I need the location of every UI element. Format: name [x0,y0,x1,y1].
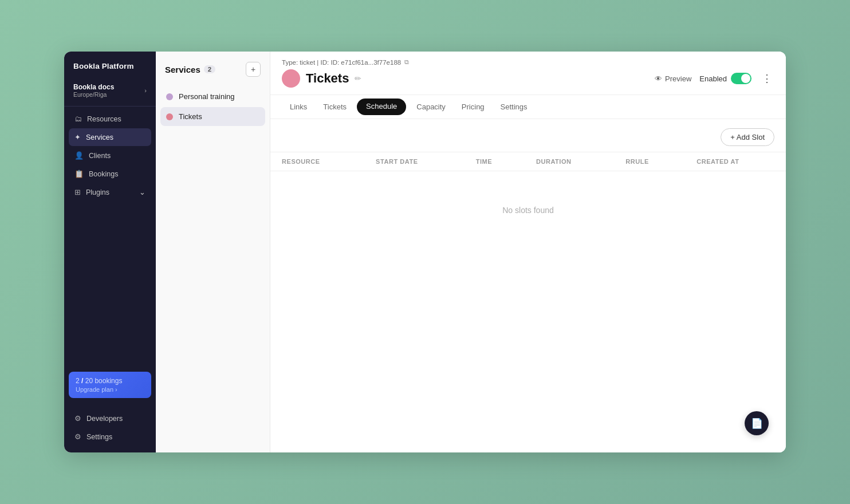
service-item-tickets-label: Tickets [179,112,202,121]
sidebar-item-settings[interactable]: ⚙ Settings [69,428,151,446]
services-panel-title: Services 2 [165,65,215,74]
sidebar-divider [64,106,156,107]
copy-id-icon[interactable]: ⧉ [404,58,409,66]
clients-icon: 👤 [74,151,84,160]
developers-icon: ⚙ [74,414,81,423]
service-dot-tickets [166,113,173,120]
col-time: TIME [465,152,525,171]
tab-schedule[interactable]: Schedule [357,99,406,115]
account-chevron-icon: › [144,87,147,94]
col-start-date: START DATE [364,152,465,171]
app-logo: Bookla Platform [64,52,156,78]
add-slot-button[interactable]: + Add Slot [721,128,774,146]
sidebar-item-developers-label: Developers [86,415,123,423]
col-duration: DURATION [525,152,614,171]
edit-service-icon[interactable]: ✏ [355,74,361,83]
preview-button[interactable]: 👁 Preview [655,74,691,83]
table-empty-row: No slots found [270,171,786,250]
booking-count: 2 / 20 bookings [76,377,144,385]
tab-pricing[interactable]: Pricing [454,96,493,119]
schedule-table: RESOURCE START DATE TIME DURATION RRULE … [270,152,786,249]
sidebar-item-clients[interactable]: 👤 Clients [69,147,151,164]
floating-help-button[interactable]: 📄 [745,411,769,435]
service-title-row: Tickets ✏ 👁 Preview Enabled [282,69,774,94]
type-info-row: Type: ticket | ID: ID: e71cf61a...3f77e1… [282,58,774,66]
tabs-row: Links Tickets Schedule Capacity Pricing … [270,95,786,119]
services-list-panel: Services 2 + Personal training Tickets [156,52,270,452]
toggle-knob [741,74,750,83]
enabled-label: Enabled [699,74,727,83]
bookings-icon: 📋 [74,170,84,178]
plugins-icon: ⊞ [74,188,81,196]
col-created-at: CREATED AT [685,152,786,171]
service-avatar [282,69,300,88]
empty-message: No slots found [270,171,786,250]
tab-links[interactable]: Links [282,96,315,119]
service-item-personal-training[interactable]: Personal training [160,87,265,106]
more-options-button[interactable]: ⋮ [760,72,774,85]
service-dot-personal-training [166,93,173,100]
col-resource: RESOURCE [270,152,364,171]
tab-settings[interactable]: Settings [493,96,536,119]
table-header-row: RESOURCE START DATE TIME DURATION RRULE … [270,152,786,171]
sidebar-item-services-label: Services [86,133,113,141]
preview-label: Preview [665,74,691,83]
sidebar-item-plugins[interactable]: ⊞ Plugins ⌄ [69,183,151,201]
eye-icon: 👁 [655,74,662,83]
sidebar-nav: 🗂 Resources ✦ Services 👤 Clients 📋 Booki… [64,110,156,367]
sidebar-item-clients-label: Clients [89,152,111,160]
document-icon: 📄 [751,418,763,430]
sidebar-item-resources-label: Resources [87,115,121,123]
plugins-chevron-icon: ⌄ [139,188,145,196]
add-service-button[interactable]: + [246,62,261,77]
sidebar-bottom: ⚙ Developers ⚙ Settings [64,404,156,452]
services-icon: ✦ [74,133,81,141]
account-region: Europe/Riga [73,91,140,98]
sidebar: Bookla Platform Bookla docs Europe/Riga … [64,52,156,452]
add-slot-row: + Add Slot [270,119,786,152]
settings-icon: ⚙ [74,432,81,441]
schedule-table-area: + Add Slot RESOURCE START DATE TIME DURA… [270,119,786,452]
folder-icon: 🗂 [74,115,82,123]
tab-capacity[interactable]: Capacity [408,96,454,119]
upgrade-plan-box[interactable]: 2 / 20 bookings Upgrade plan › [69,372,151,398]
sidebar-item-services[interactable]: ✦ Services [69,128,151,146]
services-panel-header: Services 2 + [156,52,270,85]
sidebar-item-settings-label: Settings [86,433,112,441]
sidebar-item-resources[interactable]: 🗂 Resources [69,110,151,128]
sidebar-item-bookings-label: Bookings [89,170,118,178]
service-list: Personal training Tickets [156,85,270,128]
sidebar-item-developers[interactable]: ⚙ Developers [69,410,151,427]
upgrade-link[interactable]: Upgrade plan › [76,386,144,393]
col-rrule: RRULE [614,152,685,171]
service-name: Tickets [306,71,349,86]
main-content: Type: ticket | ID: ID: e71cf61a...3f77e1… [270,52,786,452]
enabled-toggle[interactable] [731,73,751,84]
account-name: Bookla docs [73,83,140,91]
service-item-tickets[interactable]: Tickets [160,107,265,126]
services-count-badge: 2 [204,65,215,73]
account-switcher[interactable]: Bookla docs Europe/Riga › [64,78,156,105]
type-info-text: Type: ticket | ID: ID: e71cf61a...3f77e1… [282,59,401,66]
service-item-personal-training-label: Personal training [179,92,235,101]
sidebar-item-plugins-label: Plugins [86,188,109,196]
sidebar-item-bookings[interactable]: 📋 Bookings [69,165,151,183]
detail-topbar: Type: ticket | ID: ID: e71cf61a...3f77e1… [270,52,786,95]
tab-tickets[interactable]: Tickets [315,96,355,119]
